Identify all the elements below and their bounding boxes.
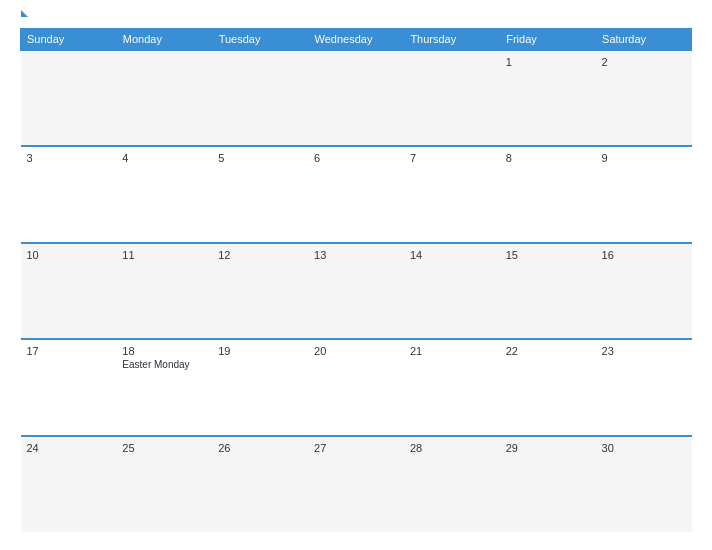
day-number: 5	[218, 152, 302, 164]
calendar-cell: 28	[404, 436, 500, 532]
calendar-week-1: 12	[21, 50, 692, 146]
weekday-header-row: SundayMondayTuesdayWednesdayThursdayFrid…	[21, 29, 692, 51]
calendar-week-2: 3456789	[21, 146, 692, 242]
weekday-header-saturday: Saturday	[596, 29, 692, 51]
calendar-cell: 20	[308, 339, 404, 435]
day-number: 2	[602, 56, 686, 68]
calendar-cell: 15	[500, 243, 596, 339]
calendar-cell: 6	[308, 146, 404, 242]
calendar-week-5: 24252627282930	[21, 436, 692, 532]
day-number: 17	[27, 345, 111, 357]
day-number: 8	[506, 152, 590, 164]
calendar-cell: 17	[21, 339, 117, 435]
logo-triangle-icon	[21, 10, 28, 17]
day-number: 9	[602, 152, 686, 164]
day-number: 10	[27, 249, 111, 261]
calendar-cell: 5	[212, 146, 308, 242]
calendar-table: SundayMondayTuesdayWednesdayThursdayFrid…	[20, 28, 692, 532]
calendar-cell: 24	[21, 436, 117, 532]
weekday-header-monday: Monday	[116, 29, 212, 51]
day-number: 27	[314, 442, 398, 454]
day-number: 25	[122, 442, 206, 454]
calendar-cell: 9	[596, 146, 692, 242]
day-number: 7	[410, 152, 494, 164]
calendar-cell: 22	[500, 339, 596, 435]
day-number: 11	[122, 249, 206, 261]
day-number: 3	[27, 152, 111, 164]
calendar-cell: 12	[212, 243, 308, 339]
calendar-cell: 1	[500, 50, 596, 146]
calendar-cell: 16	[596, 243, 692, 339]
calendar-page: SundayMondayTuesdayWednesdayThursdayFrid…	[0, 0, 712, 550]
day-number: 21	[410, 345, 494, 357]
calendar-cell: 26	[212, 436, 308, 532]
calendar-cell: 13	[308, 243, 404, 339]
calendar-cell: 30	[596, 436, 692, 532]
day-number: 12	[218, 249, 302, 261]
day-number: 14	[410, 249, 494, 261]
day-number: 26	[218, 442, 302, 454]
calendar-cell	[404, 50, 500, 146]
day-number: 4	[122, 152, 206, 164]
calendar-cell	[212, 50, 308, 146]
calendar-cell: 14	[404, 243, 500, 339]
weekday-header-wednesday: Wednesday	[308, 29, 404, 51]
calendar-cell: 27	[308, 436, 404, 532]
calendar-cell: 23	[596, 339, 692, 435]
calendar-cell: 8	[500, 146, 596, 242]
calendar-cell: 29	[500, 436, 596, 532]
calendar-week-3: 10111213141516	[21, 243, 692, 339]
holiday-label: Easter Monday	[122, 359, 206, 370]
day-number: 20	[314, 345, 398, 357]
day-number: 13	[314, 249, 398, 261]
calendar-cell: 21	[404, 339, 500, 435]
day-number: 30	[602, 442, 686, 454]
day-number: 28	[410, 442, 494, 454]
calendar-cell: 7	[404, 146, 500, 242]
day-number: 1	[506, 56, 590, 68]
calendar-week-4: 1718Easter Monday1920212223	[21, 339, 692, 435]
calendar-cell: 25	[116, 436, 212, 532]
weekday-header-friday: Friday	[500, 29, 596, 51]
weekday-header-thursday: Thursday	[404, 29, 500, 51]
weekday-header-sunday: Sunday	[21, 29, 117, 51]
weekday-header-tuesday: Tuesday	[212, 29, 308, 51]
day-number: 19	[218, 345, 302, 357]
calendar-cell	[116, 50, 212, 146]
calendar-cell: 19	[212, 339, 308, 435]
day-number: 15	[506, 249, 590, 261]
day-number: 18	[122, 345, 206, 357]
calendar-cell: 11	[116, 243, 212, 339]
calendar-cell: 2	[596, 50, 692, 146]
day-number: 23	[602, 345, 686, 357]
calendar-cell: 4	[116, 146, 212, 242]
calendar-cell: 18Easter Monday	[116, 339, 212, 435]
calendar-cell	[21, 50, 117, 146]
calendar-cell	[308, 50, 404, 146]
calendar-cell: 10	[21, 243, 117, 339]
day-number: 16	[602, 249, 686, 261]
day-number: 6	[314, 152, 398, 164]
calendar-cell: 3	[21, 146, 117, 242]
day-number: 29	[506, 442, 590, 454]
day-number: 24	[27, 442, 111, 454]
day-number: 22	[506, 345, 590, 357]
